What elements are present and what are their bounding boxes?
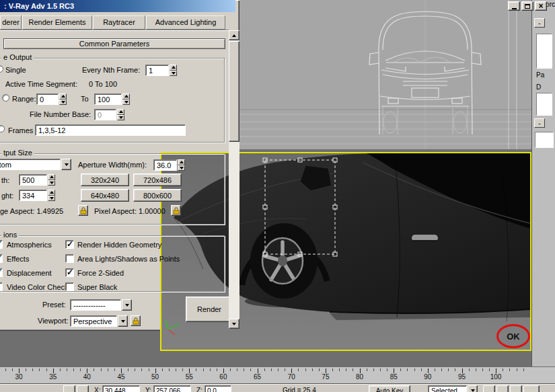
dropdown-arrow-icon[interactable] <box>122 299 132 311</box>
prev-frame-button[interactable] <box>496 385 509 392</box>
command-panel-item-d[interactable]: D <box>536 83 541 91</box>
checkbox-render-hidden-geometry[interactable] <box>65 240 74 249</box>
height-value[interactable]: 334 <box>19 190 47 201</box>
pixel-aspect-lock-button[interactable] <box>171 205 181 216</box>
command-panel-item-pa[interactable]: Pa <box>536 71 544 79</box>
tab-renderer[interactable]: derer <box>0 15 22 30</box>
coord-y-field[interactable]: 257.066 <box>153 385 191 392</box>
render-button[interactable]: Render <box>186 297 233 322</box>
resolution-720x486-button[interactable]: 720x486 <box>133 173 182 186</box>
go-to-start-button[interactable] <box>483 385 495 392</box>
front-viewport[interactable] <box>239 0 531 149</box>
dialog-scrollbar[interactable] <box>229 30 239 329</box>
snap-mode-button[interactable] <box>77 385 89 392</box>
width-spinner[interactable]: 500 <box>19 174 55 186</box>
spinner-up-button[interactable] <box>178 159 185 165</box>
preset-dropdown[interactable]: ------------- <box>70 299 132 311</box>
checkbox-displacement[interactable] <box>0 268 3 277</box>
selection-lock-button[interactable] <box>63 385 75 392</box>
rollout-collapse-button-2[interactable]: - <box>534 118 545 128</box>
resolution-800x600-button[interactable]: 800x600 <box>133 189 182 202</box>
coord-x-field[interactable]: 30.448 <box>102 385 140 392</box>
range-from-value[interactable]: 0 <box>36 93 59 105</box>
option-area-lights-label[interactable]: Area Lights/Shadows as Points <box>77 255 180 263</box>
frames-input[interactable]: 1,3,5-12 <box>35 124 186 136</box>
scrollbar-thumb[interactable] <box>229 41 239 142</box>
checkbox-video-color-check[interactable] <box>0 282 3 291</box>
tab-render-elements[interactable]: Render Elements <box>22 15 92 30</box>
spinner-down-button[interactable] <box>170 71 177 77</box>
spinner-down-button[interactable] <box>117 115 124 121</box>
file-number-base-spinner[interactable]: 0 <box>94 109 124 120</box>
every-nth-frame-value[interactable]: 1 <box>145 65 169 76</box>
active-time-segment-label[interactable]: Active Time Segment: <box>5 80 77 88</box>
timeline-tick <box>155 368 156 373</box>
range-label[interactable]: Range: <box>12 95 36 103</box>
rollout-collapse-button[interactable]: - <box>534 18 545 28</box>
key-mode-button[interactable] <box>523 385 540 392</box>
width-value[interactable]: 500 <box>19 174 47 186</box>
timeline-ruler[interactable]: 3035404550556065707580859095100 <box>0 366 555 384</box>
scroll-up-button[interactable] <box>229 30 239 40</box>
option-super-black-label[interactable]: Super Black <box>77 283 117 291</box>
play-button[interactable] <box>510 385 522 392</box>
dropdown-arrow-icon[interactable] <box>61 159 71 170</box>
selection-filter-dropdown[interactable]: Selected <box>428 385 478 392</box>
option-displacement-label[interactable]: Displacement <box>7 269 52 277</box>
frames-label[interactable]: Frames <box>8 126 33 134</box>
checkbox-atmospherics[interactable] <box>0 240 3 249</box>
timeline-tick <box>53 368 54 373</box>
single-label[interactable]: Single <box>5 66 26 74</box>
range-to-value[interactable]: 100 <box>94 93 122 105</box>
rollout-common-parameters[interactable]: Common Parameters <box>3 38 225 49</box>
resolution-640x480-button[interactable]: 640x480 <box>81 189 129 202</box>
checkbox-area-lights[interactable] <box>65 254 74 263</box>
spinner-up-button[interactable] <box>122 93 130 100</box>
checkbox-force-2-sided[interactable] <box>65 268 74 277</box>
tab-advanced-lighting[interactable]: Advanced Lighting <box>146 15 225 30</box>
coord-z-field[interactable]: 0.0 <box>205 385 231 392</box>
spinner-up-button[interactable] <box>170 65 177 71</box>
option-force-2-sided-label[interactable]: Force 2-Sided <box>77 269 124 277</box>
range-radio[interactable] <box>2 94 9 102</box>
option-atmospherics-label[interactable]: Atmospherics <box>7 241 52 249</box>
dialog-titlebar[interactable]: : V-Ray Adv 1.5 RC3 <box>0 0 235 12</box>
command-panel-listbox-2[interactable] <box>536 93 552 116</box>
spinner-up-button[interactable] <box>48 174 55 180</box>
spinner-down-button[interactable] <box>48 196 55 202</box>
height-spinner[interactable]: 334 <box>19 190 55 201</box>
checkbox-effects[interactable] <box>0 254 3 263</box>
option-render-hidden-geometry-label[interactable]: Render Hidden Geometry <box>77 241 161 249</box>
spinner-down-button[interactable] <box>122 100 130 106</box>
dropdown-arrow-icon[interactable] <box>468 385 478 392</box>
viewport-dropdown[interactable]: Perspective <box>70 315 128 327</box>
command-panel-listbox[interactable] <box>536 34 552 69</box>
option-video-color-check-label[interactable]: Video Color Check <box>7 283 69 291</box>
dropdown-arrow-icon[interactable] <box>118 315 128 327</box>
coord-z-label: Z: <box>196 387 202 392</box>
timeline-tick <box>39 368 40 371</box>
range-to-spinner[interactable]: 100 <box>94 93 130 105</box>
resolution-320x240-button[interactable]: 320x240 <box>81 173 129 186</box>
range-from-spinner[interactable]: 0 <box>36 93 67 105</box>
every-nth-frame-spinner[interactable]: 1 <box>145 65 177 76</box>
viewport-lock-button[interactable] <box>131 315 141 326</box>
output-size-preset-dropdown[interactable]: stom <box>0 159 71 170</box>
image-aspect-label: ge Aspect: 1.49925 <box>0 207 63 215</box>
spinner-down-button[interactable] <box>178 165 185 171</box>
checkbox-super-black[interactable] <box>65 282 74 291</box>
command-panel-field[interactable] <box>535 132 554 148</box>
file-number-base-label: File Number Base: <box>30 110 91 118</box>
spinner-up-button[interactable] <box>59 93 67 100</box>
aperture-width-spinner[interactable]: 36.0 <box>153 159 185 171</box>
spinner-down-button[interactable] <box>48 180 55 186</box>
spinner-up-button[interactable] <box>117 109 124 115</box>
aperture-width-value[interactable]: 36.0 <box>153 159 177 171</box>
spinner-down-button[interactable] <box>59 100 67 106</box>
option-effects-label[interactable]: Effects <box>7 255 29 263</box>
tab-raytracer[interactable]: Raytracer <box>93 15 145 30</box>
scroll-down-button[interactable] <box>229 319 239 329</box>
spinner-up-button[interactable] <box>48 190 55 196</box>
image-aspect-lock-button[interactable] <box>78 205 88 216</box>
auto-key-button[interactable]: Auto Key <box>369 385 410 392</box>
